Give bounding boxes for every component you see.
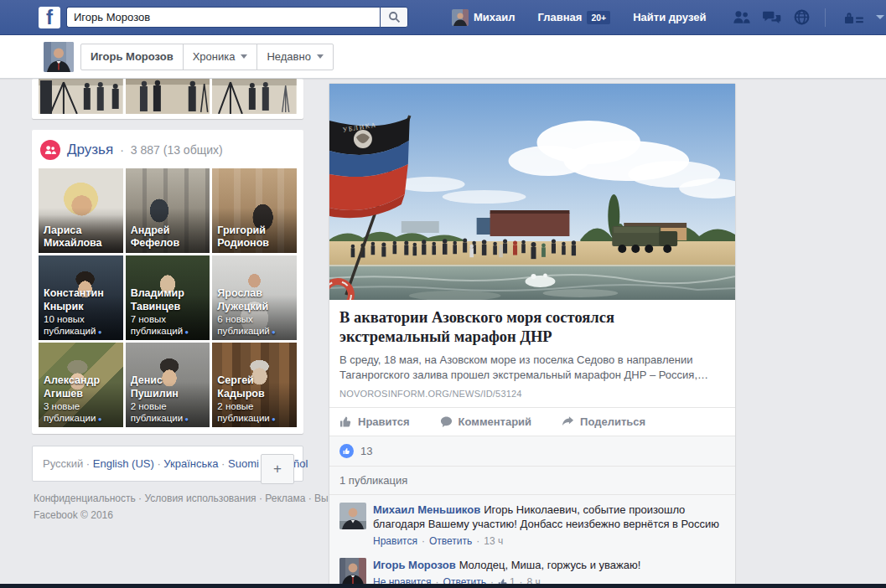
friend-tile[interactable]: Денис Пушилин 2 новые публикации — [126, 343, 210, 427]
privacy-shortcuts — [844, 11, 884, 24]
notifications-globe-icon[interactable] — [794, 9, 810, 25]
comment-body: Михаил МеньшиковИгорь Николаевич, событи… — [373, 503, 725, 549]
comment-button[interactable]: Комментарий — [440, 415, 532, 428]
comment-like-link[interactable]: Нравится — [373, 534, 417, 549]
like-button[interactable]: Нравится — [339, 415, 410, 428]
friend-name: Владимир Тавинцев — [131, 287, 184, 312]
comment-meta: Нравится · Ответить · 13 ч — [373, 534, 725, 549]
messages-icon[interactable] — [763, 10, 781, 24]
privacy-lock-icon[interactable] — [844, 11, 864, 24]
friend-name: Сергей Кадыров — [217, 374, 264, 399]
like-button-label: Нравится — [358, 415, 410, 428]
profile-name-button[interactable]: Игорь Морозов — [80, 44, 184, 70]
sort-label: Недавно — [267, 50, 310, 63]
commenter-avatar[interactable] — [339, 503, 366, 529]
nav-home-link[interactable]: Главная 20+ — [538, 11, 611, 24]
navbar-icon-group — [733, 9, 810, 25]
post-image[interactable]: УБЛИКА — [329, 84, 735, 300]
friend-name: Ярослав Лужецкий — [217, 287, 268, 312]
profile-name-label: Игорь Морозов — [91, 50, 174, 63]
friend-meta: 3 новые публикации — [44, 400, 122, 424]
link-description: В среду, 18 мая, на Азовском море из пос… — [339, 353, 725, 383]
language-selector: РусскийEnglish (US)УкраїнськаSuomiEspaño… — [32, 446, 303, 482]
commenter-avatar[interactable] — [339, 558, 366, 585]
photo-thumbnail[interactable] — [39, 79, 123, 114]
footer-link[interactable]: Реклама — [265, 493, 314, 504]
friend-tile[interactable]: Александр Агишев 3 новые публикации — [39, 343, 123, 427]
friend-tile[interactable]: Григорий Родионов — [212, 168, 297, 253]
language-link[interactable]: English (US) — [93, 457, 154, 470]
post-action-bar: Нравится Комментарий Поделиться — [329, 407, 735, 436]
timeline-dropdown-button[interactable]: Хроника — [183, 44, 258, 70]
post-card: УБЛИКА В акватории Азовского моря состоя… — [329, 83, 736, 588]
friend-meta: 2 новые публикации — [131, 400, 209, 424]
photo-thumbnail[interactable] — [126, 79, 210, 114]
search-button[interactable] — [380, 7, 408, 28]
nav-find-friends-label: Найти друзей — [633, 11, 706, 23]
comment: Михаил МеньшиковИгорь Николаевич, событи… — [339, 503, 725, 549]
search-icon — [388, 11, 401, 23]
add-language-button[interactable]: + — [261, 454, 294, 484]
language-link[interactable]: Українська — [163, 457, 218, 470]
like-count-row[interactable]: 13 — [329, 436, 735, 466]
feed-column: УБЛИКА В акватории Азовского моря состоя… — [329, 70, 736, 588]
avatar — [452, 9, 469, 26]
publications-row[interactable]: 1 публикация — [329, 466, 735, 494]
friend-name: Константин Кнырик — [44, 287, 104, 312]
friend-name: Александр Агишев — [44, 374, 100, 399]
friends-grid: Лариса Михайлова Андрей Фефелов Григорий… — [39, 168, 297, 427]
nav-profile-name: Михаил — [474, 11, 516, 23]
footer-link[interactable]: Условия использования — [144, 493, 265, 504]
friend-meta: 6 новых публикаций — [217, 313, 295, 337]
nav-home-label: Главная — [538, 11, 583, 23]
post-stats: 13 1 публикация Михаил МеньшиковИгорь Ни… — [329, 436, 735, 588]
comment-time[interactable]: 13 ч — [484, 534, 503, 549]
chevron-down-icon — [317, 54, 324, 59]
friend-tile[interactable]: Лариса Михайлова — [39, 168, 123, 253]
friends-title-link[interactable]: Друзья — [67, 142, 113, 158]
nav-profile-link[interactable]: Михаил — [452, 9, 516, 26]
friend-meta: 2 новые публикации — [217, 400, 295, 424]
language-link[interactable]: Suomi — [228, 457, 259, 470]
share-button[interactable]: Поделиться — [562, 415, 645, 428]
profile-avatar[interactable] — [44, 42, 74, 72]
bottom-window-edge — [0, 584, 886, 588]
friend-tile[interactable]: Ярослав Лужецкий 6 новых публикаций — [212, 255, 297, 340]
left-sidebar: Друзья · 3 887 (13 общих) Лариса Михайло… — [32, 79, 303, 524]
friends-card: Друзья · 3 887 (13 общих) Лариса Михайло… — [32, 130, 303, 434]
friend-requests-icon[interactable] — [733, 10, 750, 24]
language-current: Русский — [43, 457, 83, 470]
friend-tile[interactable]: Андрей Фефелов — [126, 168, 210, 253]
page-footer: КонфиденциальностьУсловия использованияР… — [32, 491, 303, 523]
friends-count: 3 887 (13 общих) — [131, 143, 223, 157]
account-menu-caret-icon[interactable] — [876, 15, 884, 19]
friends-icon — [40, 140, 60, 160]
friend-tile[interactable]: Константин Кнырик 10 новых публикаций — [39, 255, 123, 340]
share-arrow-icon — [562, 415, 574, 428]
facebook-logo[interactable]: f — [39, 7, 60, 28]
comments-section: Михаил МеньшиковИгорь Николаевич, событи… — [329, 494, 735, 588]
notification-count-badge: 20+ — [587, 11, 610, 24]
comment-button-label: Комментарий — [459, 415, 532, 428]
navbar-right: Михаил Главная 20+ Найти друзей — [452, 8, 884, 27]
comment-bubble-icon — [440, 415, 453, 428]
friend-tile[interactable]: Сергей Кадыров 2 новые публикации — [212, 343, 297, 427]
chevron-down-icon — [241, 54, 247, 59]
search-input[interactable] — [66, 7, 380, 28]
comment-reply-link[interactable]: Ответить — [429, 534, 472, 549]
photo-thumbnail[interactable] — [212, 79, 297, 114]
separator: · — [422, 534, 425, 549]
link-preview[interactable]: В акватории Азовского моря состоялся экс… — [329, 300, 735, 407]
comment-author-link[interactable]: Михаил Меньшиков — [373, 503, 480, 516]
search-bar — [66, 7, 408, 28]
copyright: Facebook © 2016 — [34, 508, 302, 524]
footer-link[interactable]: Конфиденциальность — [34, 493, 144, 504]
publications-label: 1 публикация — [339, 474, 407, 487]
link-domain: NOVOROSINFORM.ORG/NEWS/ID/53124 — [339, 389, 725, 399]
sort-dropdown-button[interactable]: Недавно — [256, 44, 333, 70]
friend-tile[interactable]: Владимир Тавинцев 7 новых публикаций — [126, 255, 210, 340]
nav-find-friends-link[interactable]: Найти друзей — [633, 11, 706, 23]
friends-card-header: Друзья · 3 887 (13 общих) — [40, 140, 295, 160]
thumb-up-icon — [339, 415, 352, 428]
comment-author-link[interactable]: Игорь Морозов — [373, 559, 456, 571]
